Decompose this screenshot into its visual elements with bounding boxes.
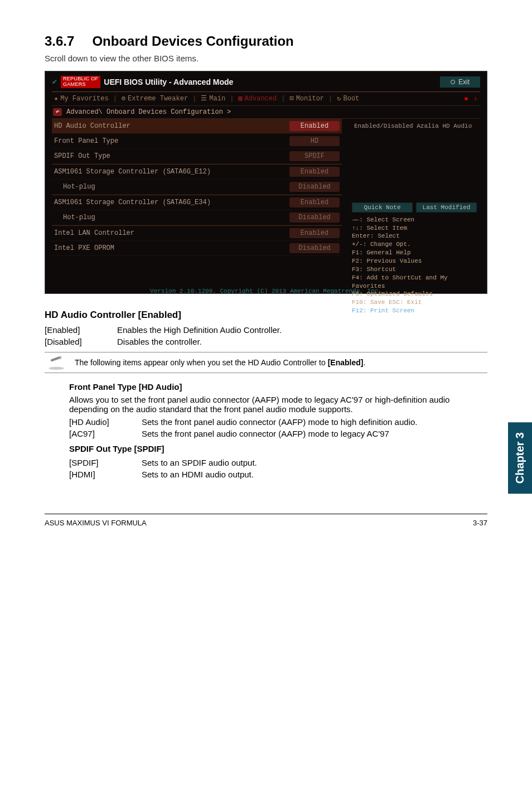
front-panel-heading: Front Panel Type [HD Audio] (69, 382, 487, 392)
row-label: Intel LAN Controller (54, 229, 289, 237)
bios-settings-panel: HD Audio Controller Enabled Front Panel … (52, 119, 346, 286)
row-label: HD Audio Controller (54, 122, 289, 130)
value-pill[interactable]: Disabled (289, 212, 340, 223)
scroll-note: Scroll down to view the other BIOS items… (45, 54, 487, 63)
option-desc: Sets to an SPDIF audio output. (142, 457, 257, 468)
row-label: ASM1061 Storage Controller (SATA6G_E12) (54, 168, 289, 176)
exit-button[interactable]: Exit (440, 76, 480, 88)
chapter-tab: Chapter 3 (508, 422, 532, 494)
note-text: The following items appear only when you… (75, 358, 365, 367)
last-modified-button[interactable]: Last Modified (416, 202, 477, 212)
window-check-icon: ✔ (52, 78, 57, 86)
row-label: Intel PXE OPROM (54, 244, 289, 252)
menu-tweaker[interactable]: ⚙ Extreme Tweaker (122, 94, 188, 103)
row-asm1061-e34[interactable]: ASM1061 Storage Controller (SATA6G_E34) … (52, 195, 342, 210)
option-key: [AC97] (69, 428, 142, 439)
value-pill[interactable]: Disabled (289, 182, 340, 192)
option-key: [Enabled] (45, 324, 117, 336)
back-icon[interactable]: ↶ (53, 108, 62, 116)
menu-main[interactable]: ☰ Main (201, 94, 225, 103)
value-pill[interactable]: HD (289, 136, 340, 146)
section-number: 3.6.7 (45, 33, 74, 49)
row-hotplug-2[interactable]: Hot-plug Disabled (52, 210, 342, 225)
option-desc: Sets to an HDMI audio output. (142, 468, 257, 480)
row-front-panel[interactable]: Front Panel Type HD (52, 134, 342, 149)
svg-rect-1 (50, 356, 60, 362)
option-key: [HD Audio] (69, 416, 142, 428)
value-pill[interactable]: Enabled (289, 197, 340, 207)
bios-menubar: ★ My Favorites| ⚙ Extreme Tweaker| ☰ Mai… (52, 91, 480, 106)
footer-product: ASUS MAXIMUS VI FORMULA (45, 519, 147, 527)
help-description: Enabled/Disabled Azalia HD Audio (354, 122, 477, 130)
option-key: [SPDIF] (69, 457, 142, 468)
front-panel-body: Allows you to set the front panel audio … (69, 395, 487, 414)
bios-screenshot: ✔ REPUBLIC OFGAMERS UEFI BIOS Utility - … (45, 71, 487, 294)
bios-title: UEFI BIOS Utility - Advanced Mode (104, 78, 233, 86)
page-footer: ASUS MAXIMUS VI FORMULA 3-37 (45, 514, 487, 527)
row-spdif[interactable]: SPDIF Out Type SPDIF (52, 149, 342, 164)
note-pencil-icon (47, 356, 66, 370)
menu-boot[interactable]: ↻ Boot (337, 94, 359, 103)
quick-note-button[interactable]: Quick Note (352, 202, 413, 212)
row-pxe[interactable]: Intel PXE OPROM Disabled (52, 241, 342, 256)
key-legend: →←: Select Screen ↑↓: Select Item Enter:… (352, 216, 477, 315)
hd-audio-options: [Enabled] Enables the High Definition Au… (45, 324, 282, 347)
value-pill[interactable]: Enabled (289, 167, 340, 177)
row-label: Hot-plug (54, 183, 289, 191)
power-icon (451, 80, 455, 84)
value-pill[interactable]: SPDIF (289, 151, 340, 161)
row-lan[interactable]: Intel LAN Controller Enabled (52, 225, 342, 241)
menu-monitor[interactable]: ⊡ Monitor (289, 94, 324, 103)
row-label: Hot-plug (54, 214, 289, 221)
breadcrumb-text: Advanced\ Onboard Devices Configuration … (66, 108, 231, 116)
front-panel-options: [HD Audio] Sets the front panel audio co… (69, 416, 417, 439)
svg-point-0 (49, 367, 64, 370)
rog-logo: REPUBLIC OFGAMERS (61, 76, 100, 88)
spdif-options: [SPDIF] Sets to an SPDIF audio output. [… (69, 457, 257, 480)
menu-advanced[interactable]: ▦ Advanced (238, 94, 277, 103)
option-key: [Disabled] (45, 336, 117, 347)
row-label: ASM1061 Storage Controller (SATA6G_E34) (54, 199, 289, 206)
row-asm1061-e12[interactable]: ASM1061 Storage Controller (SATA6G_E12) … (52, 164, 342, 180)
value-pill[interactable]: Enabled (289, 228, 340, 238)
section-heading: 3.6.7Onboard Devices Configuration (45, 33, 487, 49)
option-desc: Enables the High Definition Audio Contro… (117, 324, 282, 336)
row-hotplug-1[interactable]: Hot-plug Disabled (52, 180, 342, 195)
menu-more-icon[interactable]: ● › (464, 94, 478, 103)
footer-page-number: 3-37 (473, 519, 487, 527)
note-box: The following items appear only when you… (45, 352, 487, 373)
option-key: [HDMI] (69, 468, 142, 480)
bios-titlebar: ✔ REPUBLIC OFGAMERS UEFI BIOS Utility - … (52, 76, 480, 88)
option-desc: Sets the front panel audio connector (AA… (142, 416, 417, 428)
value-pill[interactable]: Disabled (289, 243, 340, 253)
option-desc: Sets the front panel audio connector (AA… (142, 428, 417, 439)
row-label: SPDIF Out Type (54, 152, 289, 160)
menu-favorites[interactable]: ★ My Favorites (54, 94, 109, 103)
value-pill[interactable]: Enabled (289, 121, 340, 131)
option-desc: Disables the controller. (117, 336, 282, 347)
row-hd-audio[interactable]: HD Audio Controller Enabled (52, 119, 342, 134)
row-label: Front Panel Type (54, 137, 289, 145)
bios-help-panel: Enabled/Disabled Azalia HD Audio Quick N… (346, 119, 480, 286)
section-title-text: Onboard Devices Configuration (92, 33, 293, 49)
bios-breadcrumb: ↶ Advanced\ Onboard Devices Configuratio… (52, 106, 480, 118)
spdif-heading: SPDIF Out Type [SPDIF] (69, 444, 487, 453)
